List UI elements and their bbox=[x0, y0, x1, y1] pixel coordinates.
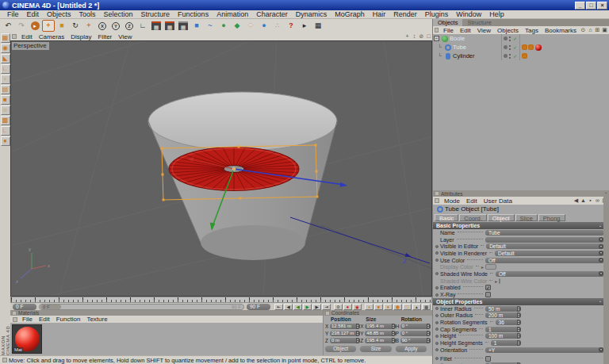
tab-slice[interactable]: Slice bbox=[515, 214, 538, 221]
tab-objects[interactable]: Objects bbox=[433, 19, 462, 26]
phong-tag-icon[interactable]: ∴ bbox=[522, 53, 527, 59]
help-icon[interactable]: ? bbox=[285, 20, 297, 32]
close-button[interactable]: × bbox=[597, 2, 607, 10]
pin-icon[interactable]: ▪ bbox=[599, 224, 601, 228]
tab-object[interactable]: Object bbox=[488, 214, 515, 221]
texture-axis-icon[interactable]: ◣ bbox=[1, 54, 10, 63]
pos-x-field[interactable]: 12.581 m bbox=[330, 324, 356, 329]
attributes-title-bar[interactable]: Attributes bbox=[433, 190, 609, 197]
menu-item[interactable]: Window bbox=[452, 10, 485, 18]
cap-segments-field[interactable]: 1 bbox=[485, 327, 517, 332]
render-region-icon[interactable]: ▦ bbox=[163, 20, 176, 32]
object-axis-icon[interactable]: ∟ bbox=[1, 64, 10, 74]
object-manager-menu-item[interactable]: Tags bbox=[522, 27, 542, 34]
menu-item[interactable]: File bbox=[3, 10, 23, 18]
menu-item[interactable]: Structure bbox=[137, 10, 174, 18]
maximize-button[interactable]: □ bbox=[586, 2, 596, 10]
menu-item[interactable]: Objects bbox=[43, 10, 75, 18]
keyframe-selection-button[interactable]: ▦ bbox=[422, 304, 431, 310]
make-editable-icon[interactable]: ▦ bbox=[1, 33, 10, 43]
visible-editor-dropdown[interactable]: Default bbox=[486, 243, 604, 249]
coord-axis-dropdown[interactable]: Size bbox=[360, 346, 391, 352]
title-bar[interactable]: CINEMA 4D - [Untitled 2 *] _ □ × bbox=[0, 0, 609, 10]
spinner[interactable] bbox=[517, 333, 521, 339]
spinner[interactable] bbox=[427, 331, 431, 336]
selection-filter-icon[interactable]: ▸ bbox=[298, 20, 311, 32]
shaded-wire-mode-dropdown[interactable]: Off bbox=[496, 271, 604, 277]
materials-menu-item[interactable]: File bbox=[19, 316, 36, 323]
minimize-button[interactable]: _ bbox=[575, 2, 585, 10]
editor-render-dots[interactable] bbox=[509, 45, 511, 47]
timeline-slider-handle[interactable]: 0 F bbox=[40, 305, 61, 309]
position-key-button[interactable]: ■ bbox=[374, 304, 383, 310]
play-backwards-button[interactable]: ◀ bbox=[293, 304, 302, 310]
attributes-menu-item[interactable]: User Data bbox=[481, 197, 515, 205]
enabled-checkbox[interactable]: ✓ bbox=[485, 285, 491, 290]
lock-icon[interactable]: ▪ bbox=[587, 197, 594, 204]
object-manager-menu-item[interactable]: Objects bbox=[494, 27, 522, 34]
record-button[interactable]: ● bbox=[343, 304, 352, 310]
animation-mode-icon[interactable]: ○ bbox=[1, 105, 10, 115]
toggle-panel-icon[interactable]: □ bbox=[425, 33, 432, 40]
snap-icon[interactable]: ● bbox=[1, 136, 10, 146]
name-field[interactable]: Tube bbox=[485, 230, 604, 236]
object-properties-header[interactable]: Object Properties ▪ bbox=[433, 298, 604, 305]
attributes-menu-item[interactable]: Edit bbox=[463, 197, 481, 205]
materials-title-bar[interactable]: Materials bbox=[10, 310, 323, 316]
move-icon[interactable]: + bbox=[42, 20, 55, 32]
polygons-mode-icon[interactable]: ■ bbox=[1, 95, 10, 105]
display-color-swatch[interactable] bbox=[485, 264, 496, 270]
spinner[interactable] bbox=[392, 324, 396, 329]
enabled-check-icon[interactable]: ✓ bbox=[513, 53, 517, 59]
model-mode-icon[interactable]: ◉ bbox=[1, 44, 10, 53]
basic-properties-header[interactable]: Basic Properties ▪ bbox=[433, 222, 604, 229]
menu-item[interactable]: Render bbox=[389, 10, 421, 18]
lock-y-icon[interactable]: Y bbox=[109, 20, 122, 32]
size-y-field[interactable]: 48.85 m bbox=[365, 331, 391, 336]
enabled-check-icon[interactable]: ✓ bbox=[513, 36, 517, 41]
visibility-dot[interactable] bbox=[504, 54, 508, 58]
menu-item[interactable]: Character bbox=[252, 10, 292, 18]
pin-icon[interactable]: ▪ bbox=[599, 299, 601, 304]
object-manager-menu-item[interactable]: View bbox=[474, 27, 494, 34]
parameter-key-button[interactable]: □ bbox=[403, 304, 412, 310]
object-manager-menu-item[interactable]: File bbox=[440, 27, 457, 34]
materials-menu-item[interactable]: Edit bbox=[36, 316, 53, 323]
tab-coord[interactable]: Coord. bbox=[459, 214, 487, 221]
object-name[interactable]: Tube bbox=[453, 44, 466, 51]
object-name[interactable]: Boole bbox=[450, 35, 465, 42]
material-thumbnail[interactable]: Mat bbox=[12, 324, 42, 354]
next-frame-button[interactable]: ▶ bbox=[312, 304, 321, 310]
lock-x-icon[interactable]: X bbox=[96, 20, 109, 32]
current-frame-field[interactable]: 0 F bbox=[13, 304, 36, 310]
modeling-axis-icon[interactable]: + bbox=[82, 20, 95, 32]
attributes-menu-item[interactable]: Mode bbox=[441, 197, 463, 205]
viewport-menu-item[interactable]: View bbox=[115, 33, 135, 40]
viewport-menu-item[interactable]: Filter bbox=[94, 33, 115, 40]
size-z-field[interactable]: 195.4 m bbox=[365, 338, 391, 343]
live-selection-icon[interactable]: ▸ bbox=[29, 20, 41, 32]
fillet-checkbox[interactable] bbox=[485, 356, 491, 362]
spinner[interactable] bbox=[517, 340, 521, 346]
menu-item[interactable]: Tools bbox=[75, 10, 100, 18]
panel-grip[interactable] bbox=[435, 28, 439, 33]
search-icon[interactable]: ⊙ bbox=[580, 27, 587, 33]
tree-row-tube[interactable]: └ Tube ✓ ∴ ∴ bbox=[433, 43, 609, 52]
tab-structure[interactable]: Structure bbox=[462, 19, 496, 26]
menu-item[interactable]: Selection bbox=[100, 10, 137, 18]
pla-key-button[interactable]: ▴ bbox=[412, 304, 421, 310]
spinner[interactable] bbox=[517, 312, 521, 318]
orientation-dropdown[interactable]: +Y bbox=[485, 347, 604, 353]
render-view-icon[interactable]: ▦ bbox=[150, 20, 163, 32]
previous-frame-button[interactable]: ◀ bbox=[284, 304, 293, 310]
goto-end-button[interactable]: ⇥ bbox=[322, 304, 331, 310]
shaded-wire-color-swatch[interactable] bbox=[499, 278, 500, 284]
add-primitive-icon[interactable]: ■ bbox=[190, 20, 203, 32]
add-spline-icon[interactable]: ~ bbox=[204, 20, 216, 32]
viewport-menu-item[interactable]: Display bbox=[67, 33, 94, 40]
apply-button[interactable]: Apply bbox=[396, 346, 427, 352]
menu-item[interactable]: MoGraph bbox=[331, 10, 369, 18]
materials-menu-item[interactable]: Texture bbox=[83, 316, 110, 323]
tree-row-cylinder[interactable]: └ Cylinder ✓ ∴ bbox=[433, 52, 609, 60]
editor-render-dots[interactable] bbox=[509, 54, 511, 56]
